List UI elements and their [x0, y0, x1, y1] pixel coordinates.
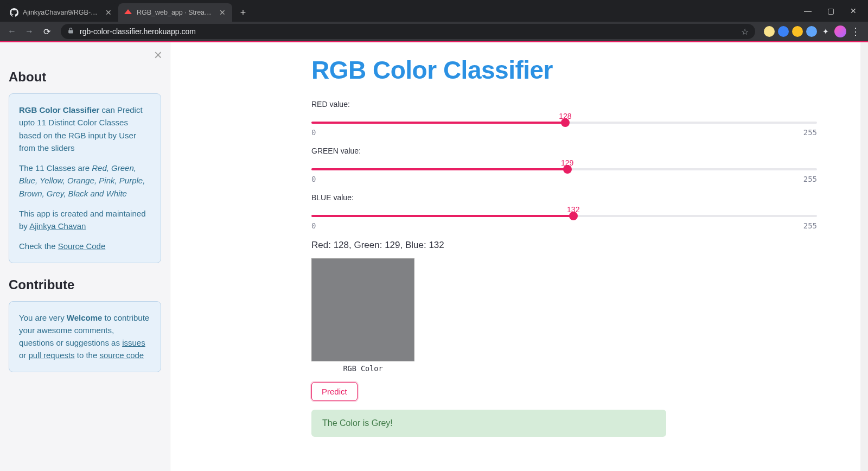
slider-max: 255: [803, 128, 817, 137]
new-tab-button[interactable]: +: [235, 5, 251, 20]
slider-label: GREEN value:: [311, 147, 817, 155]
slider-thumb[interactable]: [563, 165, 572, 174]
tab-title: AjinkyaChavan9/RGB-Color-Class: [23, 9, 100, 16]
color-swatch-box: RGB Color: [311, 258, 414, 375]
swatch-caption: RGB Color: [311, 361, 414, 375]
source-code-link-2[interactable]: source code: [99, 351, 144, 360]
slider-thumb[interactable]: [561, 118, 570, 127]
streamlit-icon: [124, 8, 132, 17]
issues-link[interactable]: issues: [122, 338, 145, 347]
address-bar[interactable]: rgb-color-classifier.herokuapp.com ☆: [61, 24, 755, 39]
window-minimize[interactable]: —: [800, 3, 816, 19]
back-button[interactable]: ←: [4, 24, 20, 39]
contribute-heading: Contribute: [9, 277, 161, 292]
predict-button[interactable]: Predict: [311, 382, 358, 401]
url-text: rgb-color-classifier.herokuapp.com: [80, 27, 736, 36]
contribute-box: You are very Welcome to contribute your …: [9, 301, 161, 372]
author-link[interactable]: Ajinkya Chavan: [29, 221, 86, 231]
forward-button[interactable]: →: [22, 24, 37, 39]
lock-icon: [67, 27, 74, 36]
slider-label: RED value:: [311, 100, 817, 109]
tab-strip: AjinkyaChavan9/RGB-Color-Class ✕ RGB_web…: [0, 0, 868, 22]
toolbar: ← → ⟳ rgb-color-classifier.herokuapp.com…: [0, 22, 868, 41]
color-swatch: [311, 258, 414, 361]
slider-fill: [311, 168, 567, 170]
close-icon[interactable]: ✕: [218, 7, 227, 18]
slider-green: GREEN value: 129 0 255: [311, 147, 817, 183]
about-p4: Check the Source Code: [19, 240, 151, 252]
about-heading: About: [9, 69, 161, 85]
window-maximize[interactable]: ▢: [822, 3, 839, 19]
about-box: RGB Color Classifier can Predict upto 11…: [9, 93, 161, 263]
slider-fill: [311, 122, 565, 124]
sidebar-close-icon[interactable]: ×: [154, 48, 162, 62]
extensions-menu-icon[interactable]: ✦: [820, 27, 831, 36]
slider-max: 255: [803, 221, 817, 230]
profile-avatar[interactable]: [834, 26, 846, 37]
tab-streamlit[interactable]: RGB_web_app · Streamlit ✕: [118, 3, 232, 22]
extension-icon[interactable]: [792, 26, 803, 37]
extension-icon[interactable]: [778, 26, 789, 37]
contribute-p: You are very Welcome to contribute your …: [19, 311, 151, 362]
bookmark-star-icon[interactable]: ☆: [741, 27, 749, 37]
window-close[interactable]: ✕: [845, 3, 861, 19]
slider-track[interactable]: [311, 122, 817, 124]
source-code-link[interactable]: Source Code: [58, 241, 106, 251]
sidebar: × About RGB Color Classifier can Predict…: [0, 42, 170, 471]
about-p1: RGB Color Classifier can Predict upto 11…: [19, 104, 151, 154]
about-p3: This app is created and maintained by Aj…: [19, 207, 151, 233]
rgb-values-text: Red: 128, Green: 129, Blue: 132: [311, 240, 817, 251]
prediction-result: The Color is Grey!: [311, 410, 666, 437]
page-title: RGB Color Classifier: [311, 55, 817, 85]
slider-max: 255: [803, 175, 817, 183]
reload-button[interactable]: ⟳: [39, 24, 54, 39]
slider-red: RED value: 128 0 255: [311, 100, 817, 137]
slider-min: 0: [311, 221, 316, 230]
extension-icon[interactable]: [806, 26, 817, 37]
about-p2: The 11 Classes are Red, Green, Blue, Yel…: [19, 162, 151, 200]
pull-requests-link[interactable]: pull requests: [29, 351, 75, 360]
close-icon[interactable]: ✕: [104, 7, 113, 18]
browser-menu-icon[interactable]: ⋮: [850, 26, 861, 37]
extension-icons: ✦ ⋮: [762, 26, 864, 37]
slider-track[interactable]: [311, 168, 817, 170]
vertical-scrollbar[interactable]: [860, 42, 868, 471]
slider-min: 0: [311, 128, 316, 137]
tab-github[interactable]: AjinkyaChavan9/RGB-Color-Class ✕: [4, 3, 118, 22]
slider-fill: [311, 215, 573, 217]
extension-icon[interactable]: [764, 26, 775, 37]
slider-blue: BLUE value: 132 0 255: [311, 193, 817, 230]
slider-track[interactable]: [311, 215, 817, 217]
slider-thumb[interactable]: [569, 212, 578, 220]
tab-title: RGB_web_app · Streamlit: [137, 9, 214, 16]
main-content: RGB Color Classifier RED value: 128 0 25…: [170, 42, 860, 471]
slider-min: 0: [311, 175, 316, 183]
github-icon: [10, 8, 18, 17]
slider-label: BLUE value:: [311, 193, 817, 202]
